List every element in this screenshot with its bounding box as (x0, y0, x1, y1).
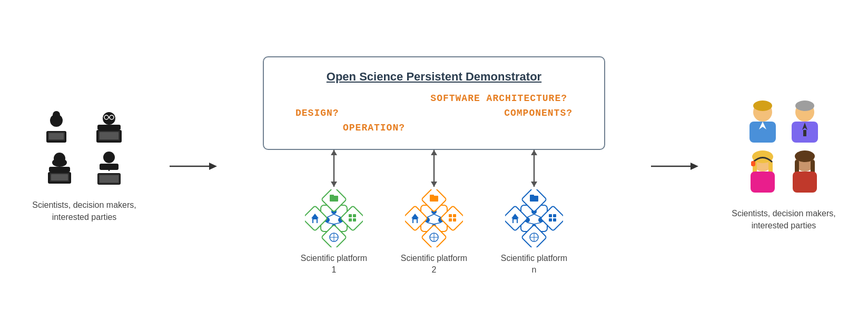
svg-rect-106 (549, 218, 552, 222)
platform-n: Scientific platform n (500, 150, 568, 276)
svg-rect-52 (349, 218, 352, 222)
svg-rect-18 (51, 174, 68, 180)
svg-rect-12 (100, 132, 119, 139)
platform-1: Scientific platform 1 (300, 150, 368, 276)
components-question: COMPONENTS? (504, 108, 573, 118)
question-row-1: SOFTWARE ARCHITECTURE? (290, 93, 578, 104)
svg-point-111 (753, 100, 772, 111)
svg-marker-29 (331, 182, 337, 187)
platform-1-icon (305, 189, 363, 247)
left-arrow (170, 158, 217, 174)
diagram-container: Scientists, decision makers, interested … (0, 0, 868, 332)
questions-area: SOFTWARE ARCHITECTURE? DESIGN? COMPONENT… (285, 93, 583, 133)
svg-point-2 (53, 111, 60, 118)
svg-rect-15 (49, 167, 70, 172)
svg-rect-123 (751, 172, 775, 193)
svg-rect-48 (313, 219, 317, 223)
svg-rect-75 (413, 219, 417, 223)
person-icon-2 (86, 109, 132, 146)
avatar-4 (786, 150, 823, 195)
operation-question: OPERATION? (343, 123, 405, 133)
svg-point-19 (103, 152, 115, 163)
svg-rect-104 (549, 214, 552, 217)
person-icon-4 (86, 150, 132, 187)
svg-point-115 (795, 100, 814, 111)
svg-rect-24 (100, 175, 119, 183)
svg-rect-9 (97, 125, 121, 130)
platform-2: Scientific platform 2 (400, 150, 468, 276)
person-icon-1 (37, 109, 82, 146)
question-row-2: DESIGN? COMPONENTS? (290, 108, 578, 118)
ospd-title: Open Science Persistent Demonstrator (285, 70, 583, 84)
center-section: Open Science Persistent Demonstrator SOF… (250, 56, 618, 276)
avatar-1 (744, 100, 781, 145)
right-avatars (744, 100, 823, 195)
platforms-area: Scientific platform 1 (300, 150, 568, 276)
svg-rect-79 (449, 218, 452, 222)
svg-rect-95 (530, 195, 534, 197)
svg-rect-51 (353, 214, 356, 217)
svg-marker-26 (209, 163, 217, 170)
question-row-3: OPERATION? (290, 123, 578, 133)
platform-n-icon (505, 189, 563, 247)
left-people-icons (37, 109, 132, 187)
svg-rect-124 (751, 161, 755, 166)
design-question: DESIGN? (295, 108, 339, 118)
ospd-box: Open Science Persistent Demonstrator SOF… (263, 56, 605, 150)
svg-rect-105 (553, 214, 556, 217)
left-label: Scientists, decision makers, interested … (32, 199, 137, 223)
svg-marker-82 (531, 150, 537, 155)
platform-2-label: Scientific platform 2 (400, 253, 468, 276)
platform-1-label: Scientific platform 1 (300, 253, 368, 276)
platform-2-icon (405, 189, 463, 247)
svg-rect-41 (330, 195, 334, 197)
avatar-3 (744, 150, 781, 195)
svg-marker-56 (431, 182, 437, 187)
svg-marker-109 (691, 163, 698, 170)
svg-rect-107 (553, 218, 556, 222)
right-label: Scientists, decision makers, interested … (731, 208, 836, 232)
svg-rect-118 (803, 130, 806, 136)
left-section: Scientists, decision makers, interested … (32, 109, 137, 223)
svg-rect-4 (49, 133, 64, 139)
svg-marker-83 (531, 182, 537, 187)
svg-rect-21 (100, 164, 119, 170)
software-architecture-question: SOFTWARE ARCHITECTURE? (430, 93, 567, 104)
avatar-2 (786, 100, 823, 145)
svg-marker-55 (431, 150, 437, 155)
platform-n-label: Scientific platform n (500, 253, 568, 276)
svg-rect-53 (353, 218, 356, 222)
svg-rect-50 (349, 214, 352, 217)
right-arrow (651, 158, 698, 174)
svg-rect-78 (453, 214, 456, 217)
person-icon-3 (37, 150, 82, 187)
svg-rect-80 (453, 218, 456, 222)
svg-rect-102 (514, 219, 517, 223)
svg-point-14 (52, 158, 67, 167)
svg-marker-28 (331, 150, 337, 155)
svg-rect-129 (793, 172, 817, 193)
svg-rect-68 (430, 195, 434, 197)
svg-rect-77 (449, 214, 452, 217)
right-section: Scientists, decision makers, interested … (731, 100, 836, 232)
